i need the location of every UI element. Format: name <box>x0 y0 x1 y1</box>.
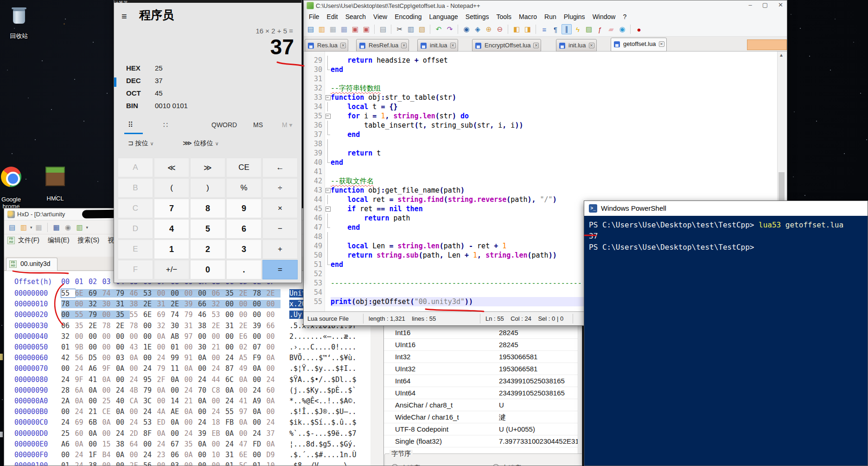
bitwise-dropdown[interactable]: ⊐ 按位 ∨ <box>128 139 154 148</box>
show-symbols-icon[interactable]: ¶ <box>550 24 561 34</box>
radix-row-bin[interactable]: BIN0010 0101 <box>114 102 301 113</box>
hex-byte[interactable]: 0A <box>198 397 212 405</box>
hex-byte[interactable]: 00 <box>198 364 212 373</box>
keypad-toggle-icon[interactable]: ⠿ <box>128 121 133 129</box>
monitor-icon[interactable]: ◉ <box>617 24 627 34</box>
hex-byte[interactable]: 00 <box>253 375 267 384</box>
hex-byte[interactable]: 0A <box>157 332 171 341</box>
tab-close-icon[interactable]: ✕ <box>659 41 664 47</box>
hex-byte[interactable]: 0A <box>157 386 171 395</box>
hex-byte[interactable]: 00 <box>267 332 281 341</box>
hex-byte[interactable]: 32 <box>212 300 226 308</box>
hex-byte[interactable]: D5 <box>89 354 102 362</box>
hex-byte[interactable]: 24 <box>116 429 130 438</box>
tab-close-icon[interactable]: ✕ <box>340 43 346 48</box>
hex-byte[interactable]: 0A <box>171 375 185 384</box>
hex-byte[interactable]: 31 <box>116 300 130 308</box>
key-8[interactable]: 8 <box>190 199 225 218</box>
hex-byte[interactable]: 78 <box>130 322 144 330</box>
menu-item-file[interactable]: File <box>306 12 323 21</box>
key-≫[interactable]: ≫ <box>190 158 225 177</box>
hex-byte[interactable]: 00 <box>102 429 116 438</box>
hex-byte[interactable]: 00 <box>61 364 75 373</box>
hex-byte[interactable]: 00 <box>102 343 116 351</box>
hex-byte[interactable]: 00 <box>267 364 281 373</box>
hex-byte[interactable]: 31 <box>225 322 239 330</box>
save-icon[interactable]: ▦ <box>34 222 44 233</box>
hex-byte[interactable]: 00 <box>89 440 102 448</box>
open-file-icon[interactable]: ▥ <box>317 24 327 34</box>
hex-byte[interactable]: CA <box>130 397 144 405</box>
hex-byte[interactable]: 66 <box>198 300 212 308</box>
hex-byte[interactable]: 6E <box>239 451 253 459</box>
key-3[interactable]: 3 <box>226 239 262 259</box>
hex-byte[interactable]: 00 <box>253 418 267 427</box>
hex-byte[interactable]: 0A <box>225 386 239 395</box>
open-file-icon[interactable]: ▥ <box>19 222 29 233</box>
hex-byte[interactable]: 32 <box>157 322 171 330</box>
hex-byte[interactable]: CE <box>102 408 116 416</box>
key-D[interactable]: D <box>118 219 153 239</box>
hxd-menu-文件(F)[interactable]: 文件(F) <box>18 236 39 245</box>
hex-byte[interactable]: 00 <box>157 397 171 405</box>
hex-byte[interactable]: 00 <box>225 311 239 319</box>
hex-byte[interactable]: 00 <box>102 332 116 341</box>
hex-byte[interactable]: 2E <box>267 289 281 298</box>
hex-byte[interactable]: 79 <box>89 311 102 319</box>
disk-icon[interactable]: ◉ <box>63 222 73 233</box>
hex-byte[interactable]: 2E <box>143 300 157 308</box>
hex-byte[interactable]: 00 <box>185 375 198 384</box>
little-endian-radio[interactable] <box>391 464 398 466</box>
hex-byte[interactable]: 78 <box>102 322 116 330</box>
hex-byte[interactable]: 0A <box>89 429 102 438</box>
hex-byte[interactable]: 03 <box>116 354 130 362</box>
ascii-text[interactable]: .$¦Ÿ..$y...$‡I.. <box>289 364 357 373</box>
hex-byte[interactable]: 01 <box>61 343 75 351</box>
hex-byte[interactable]: 24 <box>75 461 89 466</box>
hex-byte[interactable]: 0A <box>239 418 253 427</box>
hex-byte[interactable]: 00 <box>116 343 130 351</box>
memory-store-button[interactable]: MS <box>253 121 263 129</box>
hex-byte[interactable]: 00 <box>198 451 212 459</box>
hex-byte[interactable]: 38 <box>198 322 212 330</box>
key-+[interactable]: + <box>262 239 298 259</box>
hex-byte[interactable]: 00 <box>157 461 171 466</box>
hex-byte[interactable]: 69 <box>157 311 171 319</box>
hex-byte[interactable]: 0A <box>267 440 281 448</box>
ascii-text[interactable]: .$8../V......\.. <box>289 461 357 466</box>
hex-byte[interactable]: 00 <box>89 332 102 341</box>
folder-ws-icon[interactable]: ▰ <box>606 24 616 34</box>
hex-byte[interactable]: 38 <box>89 461 102 466</box>
key-←[interactable]: ← <box>262 158 298 177</box>
hex-byte[interactable]: 78 <box>61 300 75 308</box>
func-list-icon[interactable]: ƒ <box>595 24 605 34</box>
hex-byte[interactable]: 0A <box>116 451 130 459</box>
hex-byte[interactable]: E6 <box>239 332 253 341</box>
hex-byte[interactable]: 0A <box>116 408 130 416</box>
ascii-text[interactable]: .$!Î..$J®..$U—.. <box>289 408 357 416</box>
redo-icon[interactable]: ↷ <box>445 24 455 34</box>
hex-byte[interactable]: 31 <box>157 300 171 308</box>
hxd-menu-编辑(E)[interactable]: 编辑(E) <box>48 236 70 245</box>
menu-item-run[interactable]: Run <box>541 12 560 21</box>
sync-v-icon[interactable]: ◧ <box>511 24 522 34</box>
tab-Res.lua[interactable]: Res.lua✕ <box>305 39 348 52</box>
hex-byte[interactable]: 0A <box>116 364 130 373</box>
hex-byte[interactable]: 24 <box>198 375 212 384</box>
hex-byte[interactable]: 00 <box>75 300 89 308</box>
key-A[interactable]: A <box>118 158 153 177</box>
key-)[interactable]: ) <box>190 178 225 198</box>
menu-item-language[interactable]: Language <box>426 12 461 21</box>
hex-byte[interactable]: 70 <box>198 386 212 395</box>
menu-item-macro[interactable]: Macro <box>516 12 540 21</box>
hex-byte[interactable]: 53 <box>143 418 157 427</box>
hex-byte[interactable]: 97 <box>239 408 253 416</box>
export-icon[interactable]: ▥ <box>75 222 85 233</box>
hex-byte[interactable]: 1E <box>143 343 157 351</box>
hex-byte[interactable]: 2E <box>212 322 226 330</box>
hex-byte[interactable]: 2E <box>116 322 130 330</box>
hex-byte[interactable]: 24 <box>130 375 144 384</box>
hex-byte[interactable]: 00 <box>198 289 212 298</box>
hex-byte[interactable]: 56 <box>143 461 157 466</box>
hex-byte[interactable]: D9 <box>267 451 281 459</box>
